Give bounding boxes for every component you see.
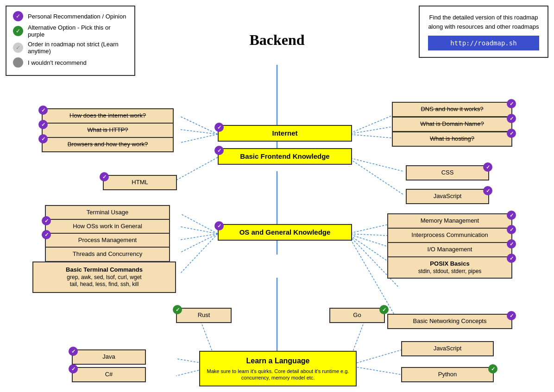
badge-rust: ✓	[173, 305, 182, 314]
badge-what-is-http: ✓	[38, 120, 48, 129]
node-rust: Rust	[176, 308, 232, 323]
node-what-is-http: What is HTTP?	[42, 123, 174, 138]
node-csharp: C#	[72, 367, 146, 382]
svg-line-11	[181, 234, 218, 240]
node-memory-management: Memory Management	[387, 213, 512, 229]
green-check-icon: ✓	[13, 26, 23, 36]
badge-interprocess-comm: ✓	[507, 225, 516, 234]
node-how-oss-work: How OSs work in General	[45, 219, 170, 234]
badge-internet: ✓	[214, 123, 224, 132]
node-css: CSS	[406, 165, 489, 180]
badge-html: ✓	[100, 172, 109, 181]
badge-css: ✓	[483, 162, 492, 172]
badge-process-management: ✓	[42, 230, 51, 239]
node-terminal-usage: Terminal Usage	[45, 205, 170, 220]
badge-io-management: ✓	[507, 239, 516, 249]
purple-check-icon: ✓	[13, 11, 23, 21]
badge-domain-name: ✓	[507, 114, 516, 123]
gray-dark-icon	[13, 57, 23, 68]
node-io-management: I/O Management	[387, 242, 512, 257]
node-process-management: Process Management	[45, 233, 170, 248]
legend-item-personal: ✓ Personal Recommendation / Opinion	[13, 11, 128, 21]
svg-line-13	[181, 234, 218, 273]
node-how-internet-works: How does the internet work?	[42, 108, 174, 124]
svg-line-10	[181, 227, 218, 234]
badge-basic-frontend: ✓	[214, 146, 224, 155]
legend-item-alternative: ✓ Alternative Option - Pick this or purp…	[13, 24, 128, 38]
node-python: Python	[401, 367, 494, 382]
info-box: Find the detailed version of this roadma…	[419, 6, 548, 58]
badge-dns: ✓	[507, 99, 516, 108]
svg-line-9	[181, 214, 218, 234]
svg-line-0	[181, 117, 218, 134]
node-threads-concurrency: Threads and Concurrency	[45, 247, 170, 262]
main-title: Backend	[249, 31, 304, 49]
badge-basic-networking: ✓	[507, 311, 516, 320]
node-posix-basics: POSIX Basics stdin, stdout, stderr, pipe…	[387, 256, 512, 279]
node-html: HTML	[103, 175, 177, 190]
node-dns: DNS and how it works?	[392, 102, 512, 117]
svg-line-12	[181, 234, 218, 252]
badge-os-general: ✓	[214, 221, 224, 230]
badge-csharp: ✓	[69, 364, 78, 373]
legend-item-not-recommended: I wouldn't recommend	[13, 57, 128, 68]
badge-python: ✓	[488, 364, 497, 373]
badge-java: ✓	[69, 347, 78, 356]
node-internet: Internet	[218, 125, 352, 142]
node-learn-language: Learn a Language Make sure to learn it's…	[199, 351, 357, 386]
svg-line-2	[181, 134, 218, 143]
svg-line-7	[347, 157, 403, 171]
node-interprocess-comm: Interprocess Communication	[387, 228, 512, 243]
node-javascript-lang: JavaScript	[401, 341, 494, 356]
node-basic-frontend: Basic Frontend Knowledge	[218, 148, 352, 165]
node-javascript-frontend: JavaScript	[406, 189, 489, 204]
badge-posix-basics: ✓	[507, 254, 516, 263]
badge-how-oss-work: ✓	[42, 216, 51, 225]
legend-item-order: ✓ Order in roadmap not strict (Learn any…	[13, 41, 128, 55]
node-java: Java	[72, 349, 146, 365]
node-browsers: Browsers and how they work?	[42, 137, 174, 152]
badge-hosting: ✓	[507, 129, 516, 138]
svg-line-6	[171, 157, 218, 183]
node-domain-name: What is Domain Name?	[392, 117, 512, 132]
node-basic-networking: Basic Networking Concepts	[387, 314, 512, 329]
badge-go: ✓	[379, 305, 389, 314]
gray-light-check-icon: ✓	[13, 43, 23, 53]
badge-memory-management: ✓	[507, 211, 516, 220]
info-description: Find the detailed version of this roadma…	[428, 13, 539, 31]
badge-how-internet-works: ✓	[38, 106, 48, 115]
node-go: Go	[329, 308, 385, 323]
svg-line-8	[347, 157, 403, 194]
legend: ✓ Personal Recommendation / Opinion ✓ Al…	[6, 6, 135, 76]
svg-line-1	[181, 130, 218, 134]
badge-browsers: ✓	[38, 134, 48, 143]
node-basic-terminal-commands: Basic Terminal Commands grep, awk, sed, …	[32, 261, 176, 293]
info-link[interactable]: http://roadmap.sh	[428, 36, 539, 50]
node-os-general: OS and General Knowledge	[218, 224, 352, 241]
badge-javascript-frontend: ✓	[483, 186, 492, 195]
node-hosting: What is hosting?	[392, 131, 512, 147]
